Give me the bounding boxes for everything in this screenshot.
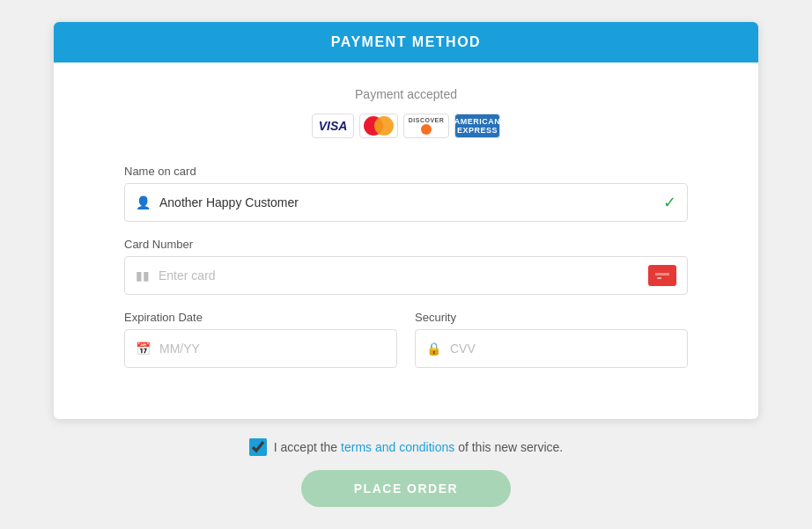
card-logos: VISA DISCOVER AMERICANEXPRESS: [124, 114, 688, 138]
card-svg-icon: [655, 270, 669, 281]
svg-rect-1: [655, 273, 669, 276]
name-on-card-group: Name on card 👤 ✓: [124, 165, 688, 222]
name-on-card-input-wrapper: 👤 ✓: [124, 183, 688, 222]
page-wrapper: PAYMENT METHOD Payment accepted VISA DIS…: [0, 0, 812, 529]
payment-accepted-label: Payment accepted: [124, 87, 688, 101]
checkmark-icon: ✓: [663, 193, 676, 212]
cvv-input[interactable]: [450, 342, 676, 356]
terms-conditions-link[interactable]: terms and conditions: [341, 440, 454, 454]
security-group: Security 🔒: [415, 311, 688, 368]
footer-section: I accept the terms and conditions of thi…: [249, 438, 563, 507]
card-header: PAYMENT METHOD: [54, 22, 758, 62]
expiration-date-input-wrapper: 📅: [124, 329, 397, 368]
payment-method-title: PAYMENT METHOD: [331, 34, 481, 49]
card-red-icon: [648, 265, 676, 286]
security-input-wrapper: 🔒: [415, 329, 688, 368]
terms-text: I accept the terms and conditions of thi…: [274, 440, 563, 454]
visa-logo: VISA: [312, 114, 354, 138]
terms-checkbox[interactable]: [249, 438, 267, 456]
discover-text: DISCOVER: [409, 117, 445, 123]
security-label: Security: [415, 311, 688, 324]
mc-circle-right: [374, 116, 394, 136]
calendar-icon: 📅: [136, 342, 151, 356]
expiration-date-input[interactable]: [159, 342, 386, 356]
card-icon: ▮▮: [136, 268, 150, 283]
discover-logo: DISCOVER: [403, 114, 449, 138]
terms-prefix: I accept the: [274, 440, 337, 454]
expiration-date-group: Expiration Date 📅: [124, 311, 397, 368]
amex-text: AMERICANEXPRESS: [454, 117, 501, 135]
amex-logo: AMERICANEXPRESS: [454, 114, 500, 138]
place-order-button[interactable]: PLACE ORDER: [301, 470, 511, 507]
payment-card: PAYMENT METHOD Payment accepted VISA DIS…: [54, 22, 758, 419]
discover-dot: [421, 124, 432, 135]
form-row-exp-sec: Expiration Date 📅 Security 🔒: [124, 311, 688, 384]
expiration-date-label: Expiration Date: [124, 311, 397, 324]
card-number-input[interactable]: [159, 268, 648, 283]
person-icon: 👤: [136, 195, 151, 209]
card-number-label: Card Number: [124, 238, 688, 251]
card-number-group: Card Number ▮▮: [124, 238, 688, 295]
lock-icon: 🔒: [426, 342, 441, 356]
card-body: Payment accepted VISA DISCOVER AMERICANE…: [54, 62, 758, 419]
terms-suffix: of this new service.: [458, 440, 563, 454]
name-on-card-input[interactable]: [159, 195, 663, 209]
mc-circles: [364, 116, 394, 136]
terms-row: I accept the terms and conditions of thi…: [249, 438, 563, 456]
name-on-card-label: Name on card: [124, 165, 688, 178]
card-number-input-wrapper: ▮▮: [124, 256, 688, 295]
svg-rect-2: [657, 277, 661, 279]
mastercard-logo: [359, 114, 398, 138]
